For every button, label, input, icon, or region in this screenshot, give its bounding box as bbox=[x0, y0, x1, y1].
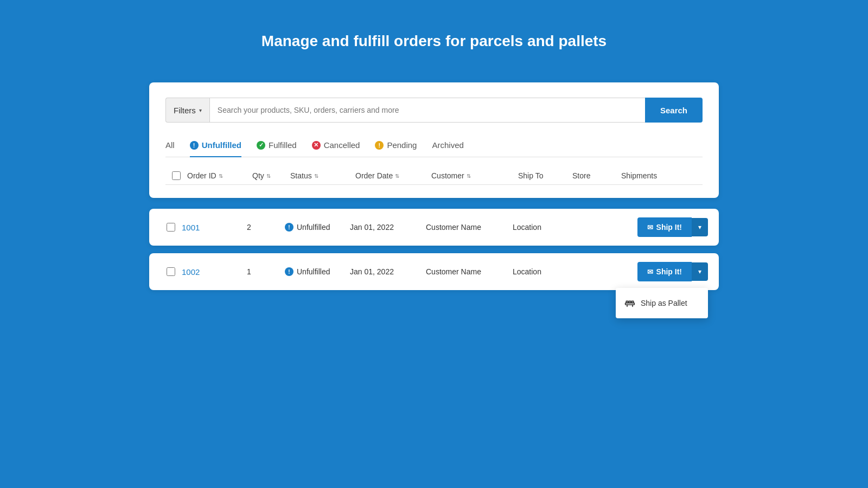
row-1002-checkbox[interactable] bbox=[167, 267, 175, 276]
filters-button[interactable]: Filters ▾ bbox=[165, 98, 209, 123]
filter-panel: Filters ▾ Search All ! Unfulfilled ✓ Ful… bbox=[149, 82, 719, 198]
ship-dropdown-toggle-1001[interactable]: ▾ bbox=[692, 218, 708, 236]
sort-customer-icon: ⇅ bbox=[467, 173, 471, 179]
col-store: Store bbox=[572, 171, 621, 180]
row-1001-qty: 2 bbox=[247, 223, 285, 232]
pallet-icon bbox=[624, 297, 635, 310]
header-checkbox-cell bbox=[165, 171, 187, 180]
unfulfilled-status-icon: ! bbox=[285, 223, 293, 232]
send-icon: ✉ bbox=[647, 268, 653, 276]
row-1001-id: 1001 bbox=[182, 223, 247, 232]
ship-it-label: Ship It! bbox=[656, 267, 682, 276]
tab-unfulfilled[interactable]: ! Unfulfilled bbox=[190, 136, 241, 157]
ship-button-group-1002: ✉ Ship It! ▾ bbox=[616, 262, 708, 281]
chevron-down-icon: ▾ bbox=[698, 268, 701, 275]
tab-all[interactable]: All bbox=[165, 136, 175, 157]
tab-pending-label: Pending bbox=[387, 140, 417, 150]
sort-order-id-icon: ⇅ bbox=[219, 173, 223, 179]
send-icon: ✉ bbox=[647, 223, 653, 232]
row-1001-customer: Customer Name bbox=[426, 223, 513, 232]
select-all-checkbox[interactable] bbox=[172, 171, 181, 180]
tab-fulfilled[interactable]: ✓ Fulfilled bbox=[257, 136, 297, 157]
row-1002-qty: 1 bbox=[247, 267, 285, 276]
search-button[interactable]: Search bbox=[645, 98, 703, 123]
ship-it-button-1002[interactable]: ✉ Ship It! bbox=[637, 262, 692, 281]
tab-cancelled-label: Cancelled bbox=[324, 140, 360, 150]
row-checkbox-cell bbox=[160, 223, 182, 232]
table-header: Order ID ⇅ Qty ⇅ Status ⇅ Order Date ⇅ C… bbox=[165, 167, 703, 185]
search-input[interactable] bbox=[209, 98, 645, 123]
unfulfilled-status-icon: ! bbox=[285, 267, 293, 276]
order-id-link-1001[interactable]: 1001 bbox=[182, 223, 200, 232]
col-order-date[interactable]: Order Date ⇅ bbox=[355, 171, 431, 180]
col-status[interactable]: Status ⇅ bbox=[290, 171, 355, 180]
ship-dropdown-menu-1002: Ship as Pallet bbox=[616, 288, 708, 318]
tab-unfulfilled-label: Unfulfilled bbox=[202, 140, 241, 150]
row-1001-checkbox[interactable] bbox=[167, 223, 175, 232]
row-1002-date: Jan 01, 2022 bbox=[350, 267, 426, 276]
tab-archived[interactable]: Archived bbox=[432, 136, 463, 157]
tab-fulfilled-label: Fulfilled bbox=[269, 140, 297, 150]
sort-qty-icon: ⇅ bbox=[266, 173, 271, 179]
svg-rect-3 bbox=[631, 301, 633, 303]
table-row: 1001 2 ! Unfulfilled Jan 01, 2022 Custom… bbox=[149, 209, 719, 246]
rows-area: 1001 2 ! Unfulfilled Jan 01, 2022 Custom… bbox=[149, 209, 719, 290]
ship-it-button-1001[interactable]: ✉ Ship It! bbox=[637, 217, 692, 237]
chevron-down-icon: ▾ bbox=[199, 107, 202, 113]
col-ship-to: Ship To bbox=[518, 171, 572, 180]
row-1002-ship-to: Location bbox=[513, 267, 567, 276]
row-1001-status: ! Unfulfilled bbox=[285, 223, 350, 232]
row-1002-shipments: ✉ Ship It! ▾ bbox=[616, 262, 708, 281]
cancelled-dot: ✕ bbox=[312, 141, 321, 150]
ship-it-label: Ship It! bbox=[656, 223, 682, 232]
row-1001-shipments: ✉ Ship It! ▾ bbox=[616, 217, 708, 237]
row-1002-customer: Customer Name bbox=[426, 267, 513, 276]
pending-dot: ! bbox=[375, 141, 384, 150]
ship-as-pallet-label: Ship as Pallet bbox=[641, 299, 687, 307]
col-order-id[interactable]: Order ID ⇅ bbox=[187, 171, 252, 180]
tab-all-label: All bbox=[165, 140, 175, 150]
tabs-row: All ! Unfulfilled ✓ Fulfilled ✕ Cancelle… bbox=[165, 136, 703, 157]
tab-archived-label: Archived bbox=[432, 140, 463, 150]
sort-date-icon: ⇅ bbox=[395, 173, 399, 179]
ship-button-group-1001: ✉ Ship It! ▾ bbox=[616, 217, 708, 237]
unfulfilled-dot: ! bbox=[190, 141, 199, 150]
sort-status-icon: ⇅ bbox=[314, 173, 318, 179]
main-container: Filters ▾ Search All ! Unfulfilled ✓ Ful… bbox=[149, 82, 719, 298]
row-1002-id: 1002 bbox=[182, 267, 247, 277]
search-row: Filters ▾ Search bbox=[165, 98, 703, 123]
row-checkbox-cell bbox=[160, 267, 182, 276]
tab-pending[interactable]: ! Pending bbox=[375, 136, 417, 157]
row-1002-status: ! Unfulfilled bbox=[285, 267, 350, 276]
ship-dropdown-toggle-1002[interactable]: ▾ bbox=[692, 262, 708, 281]
chevron-down-icon: ▾ bbox=[698, 223, 701, 231]
col-customer[interactable]: Customer ⇅ bbox=[431, 171, 518, 180]
tab-cancelled[interactable]: ✕ Cancelled bbox=[312, 136, 360, 157]
row-1001-ship-to: Location bbox=[513, 223, 567, 232]
order-id-link-1002[interactable]: 1002 bbox=[182, 267, 200, 277]
fulfilled-dot: ✓ bbox=[257, 141, 265, 150]
ship-as-pallet-item[interactable]: Ship as Pallet bbox=[616, 290, 708, 316]
page-title: Manage and fulfill orders for parcels an… bbox=[261, 33, 607, 50]
svg-rect-2 bbox=[629, 301, 630, 303]
svg-rect-1 bbox=[626, 301, 628, 303]
col-shipments: Shipments bbox=[621, 171, 686, 180]
filters-label: Filters bbox=[174, 106, 196, 115]
table-row: 1002 1 ! Unfulfilled Jan 01, 2022 Custom… bbox=[149, 253, 719, 290]
row-1001-date: Jan 01, 2022 bbox=[350, 223, 426, 232]
col-qty[interactable]: Qty ⇅ bbox=[252, 171, 290, 180]
